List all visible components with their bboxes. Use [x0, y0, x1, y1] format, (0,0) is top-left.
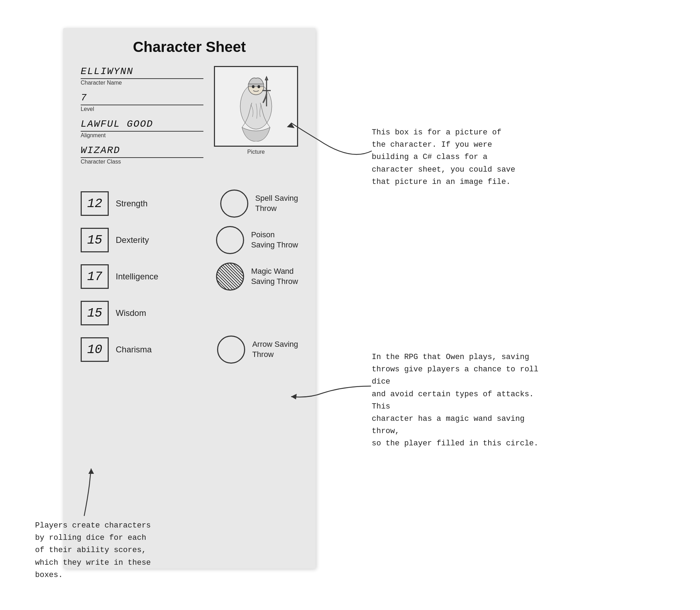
intelligence-label: Intelligence	[116, 272, 186, 281]
class-label: Character Class	[81, 159, 203, 165]
intelligence-box: 17	[81, 264, 109, 289]
strength-label: Strength	[116, 199, 186, 208]
character-sheet: Character Sheet ELLIWYNN Character Name …	[63, 28, 316, 569]
dexterity-label: Dexterity	[116, 235, 186, 245]
dexterity-box: 15	[81, 228, 109, 252]
stat-row-dexterity: 15 Dexterity PoisonSaving Throw	[81, 222, 298, 258]
magic-wand-saving-throw-label: Magic WandSaving Throw	[251, 266, 298, 286]
charisma-label: Charisma	[116, 345, 186, 354]
magic-wand-saving-throw-circle	[216, 263, 244, 291]
arrow-saving-throw-circle	[217, 336, 245, 364]
stat-row-wisdom: 15 Wisdom	[81, 295, 298, 331]
sheet-title: Character Sheet	[81, 39, 298, 55]
character-name-label: Character Name	[81, 80, 203, 86]
page-wrapper: Character Sheet ELLIWYNN Character Name …	[14, 14, 686, 610]
charisma-box: 10	[81, 337, 109, 362]
class-value: WIZARD	[81, 145, 203, 158]
alignment-label: Alignment	[81, 132, 203, 139]
wisdom-box: 15	[81, 301, 109, 325]
picture-frame	[214, 66, 298, 147]
wizard-illustration	[221, 71, 291, 141]
annotation-ability-scores: Players create characters by rolling dic…	[35, 519, 168, 581]
arrow-saving-throw-label: Arrow SavingThrow	[252, 339, 298, 359]
alignment-value: LAWFUL GOOD	[81, 119, 203, 132]
level-value: 7	[81, 92, 203, 105]
svg-point-3	[252, 86, 254, 88]
svg-rect-2	[248, 84, 264, 87]
character-name-value: ELLIWYNN	[81, 66, 203, 79]
stats-section: 12 Strength Spell SavingThrow 15 Dexteri…	[81, 185, 298, 368]
picture-box: Picture	[214, 66, 298, 171]
poison-saving-throw-label: PoisonSaving Throw	[251, 230, 298, 250]
spell-saving-throw-circle	[220, 190, 248, 218]
spell-saving-throw-label: Spell SavingThrow	[255, 193, 298, 213]
svg-marker-7	[265, 77, 268, 80]
character-info: ELLIWYNN Character Name 7 Level LAWFUL G…	[81, 66, 203, 171]
picture-label: Picture	[214, 149, 298, 155]
stat-row-strength: 12 Strength Spell SavingThrow	[81, 185, 298, 222]
stat-row-intelligence: 17 Intelligence Magic WandSaving Throw	[81, 258, 298, 295]
poison-saving-throw-circle	[216, 226, 244, 254]
annotation-saving-throw: In the RPG that Owen plays, saving throw…	[372, 351, 540, 450]
stat-row-charisma: 10 Charisma Arrow SavingThrow	[81, 331, 298, 368]
wisdom-label: Wisdom	[116, 308, 186, 318]
svg-point-4	[258, 86, 260, 88]
strength-box: 12	[81, 191, 109, 216]
level-label: Level	[81, 106, 203, 112]
top-section: ELLIWYNN Character Name 7 Level LAWFUL G…	[81, 66, 298, 171]
annotation-picture: This box is for a picture of the charact…	[372, 126, 519, 188]
